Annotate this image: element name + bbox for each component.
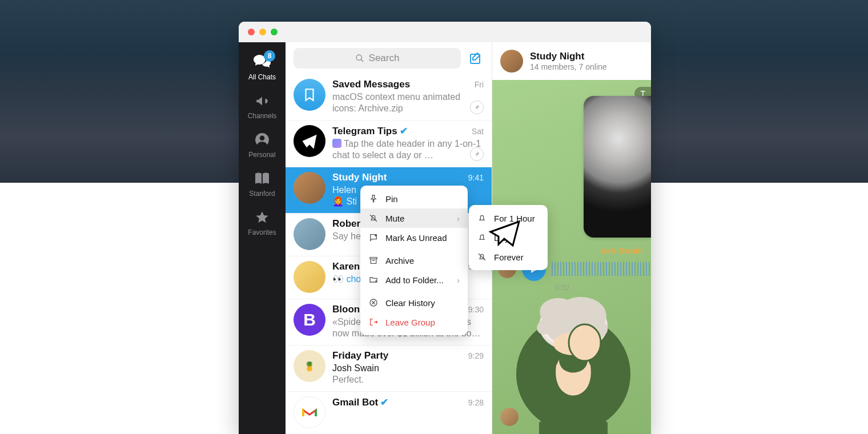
chat-title: Bloon bbox=[332, 304, 360, 315]
chat-title: Karen bbox=[332, 261, 360, 272]
chat-preview: macOS context menu animated icons: Archi… bbox=[332, 91, 484, 114]
compose-button[interactable] bbox=[468, 50, 484, 66]
menu-leave-group[interactable]: Leave Group bbox=[360, 312, 468, 332]
chat-title: Gmail Bot ✔︎ bbox=[332, 396, 388, 408]
archive-icon bbox=[368, 255, 379, 266]
menu-clear-history[interactable]: Clear History bbox=[360, 293, 468, 312]
avatar bbox=[294, 79, 326, 111]
chat-saved-messages[interactable]: Saved MessagesFri macOS context menu ani… bbox=[286, 74, 492, 120]
menu-pin[interactable]: Pin bbox=[360, 189, 468, 208]
chevron-right-icon: › bbox=[457, 275, 460, 285]
chat-title: Telegram Tips ✔︎ bbox=[332, 125, 408, 137]
star-icon bbox=[254, 209, 271, 226]
unread-badge: 8 bbox=[264, 50, 275, 62]
menu-label: Pin bbox=[385, 194, 398, 204]
chat-time: 9:41 bbox=[468, 173, 484, 182]
menu-archive[interactable]: Archive bbox=[360, 251, 468, 270]
sender-name: osh Swain bbox=[601, 246, 643, 255]
svg-text:z: z bbox=[483, 234, 484, 236]
clear-icon bbox=[368, 298, 379, 308]
avatar bbox=[294, 261, 326, 293]
menu-mark-unread[interactable]: Mark As Unread bbox=[360, 228, 468, 247]
nav-channels[interactable]: Channels bbox=[239, 87, 286, 126]
chat-gmail-bot[interactable]: Gmail Bot ✔︎ 9:28 bbox=[286, 391, 492, 434]
nav-label: Stanford bbox=[249, 190, 275, 198]
chat-time: Fri bbox=[475, 80, 484, 89]
svg-line-3 bbox=[361, 59, 363, 62]
avatar bbox=[294, 172, 326, 204]
chat-time: 9:28 bbox=[468, 398, 484, 407]
chat-title: Study Night bbox=[332, 172, 387, 183]
avatar bbox=[294, 218, 326, 250]
search-bar: Search bbox=[286, 42, 492, 74]
svg-point-2 bbox=[356, 55, 361, 60]
avatar: B bbox=[294, 304, 326, 336]
nav-label: Channels bbox=[248, 112, 277, 120]
chat-unread-icon bbox=[368, 232, 379, 243]
bell-off-icon bbox=[477, 252, 487, 262]
nav-label: All Chats bbox=[248, 73, 276, 81]
menu-label: Add to Folder... bbox=[385, 275, 444, 285]
chevron-right-icon: › bbox=[457, 214, 460, 223]
conversation-title: Study Night bbox=[530, 51, 607, 62]
svg-point-1 bbox=[260, 135, 265, 140]
book-icon bbox=[254, 170, 271, 187]
cursor-icon bbox=[488, 219, 521, 248]
nav-all-chats[interactable]: 8 All Chats bbox=[239, 48, 286, 87]
chat-title: Friday Party bbox=[332, 350, 388, 361]
avatar bbox=[500, 50, 523, 73]
chat-time: 9:29 bbox=[468, 351, 484, 360]
sticker-message[interactable] bbox=[499, 291, 642, 434]
conversation-header[interactable]: Study Night 14 members, 7 online bbox=[492, 42, 651, 80]
menu-label: Archive bbox=[385, 256, 414, 266]
nav-personal[interactable]: Personal bbox=[239, 126, 286, 164]
nav-favorites[interactable]: Favorites bbox=[239, 203, 286, 242]
pin-icon bbox=[368, 194, 379, 204]
chat-time: 9:30 bbox=[468, 305, 484, 314]
compose-icon bbox=[469, 51, 483, 65]
chat-time: Sat bbox=[472, 127, 484, 136]
chat-title: Rober bbox=[332, 218, 360, 230]
verified-icon: ✔︎ bbox=[400, 125, 408, 137]
menu-label: Clear History bbox=[385, 298, 435, 308]
bell-snooze-icon: z bbox=[477, 232, 487, 243]
bell-icon bbox=[477, 213, 487, 223]
menu-label: Leave Group bbox=[385, 318, 435, 327]
gmail-icon bbox=[301, 406, 318, 419]
avatar bbox=[294, 396, 326, 428]
titlebar bbox=[239, 22, 651, 42]
verified-icon: ✔︎ bbox=[380, 396, 388, 408]
chat-title: Saved Messages bbox=[332, 79, 410, 90]
folder-sidebar: 8 All Chats Channels Personal Stanford bbox=[239, 42, 286, 434]
waveform bbox=[552, 262, 651, 276]
window-close-button[interactable] bbox=[248, 29, 255, 35]
avatar bbox=[500, 408, 519, 426]
submenu-forever[interactable]: Forever bbox=[469, 247, 548, 267]
nav-stanford[interactable]: Stanford bbox=[239, 164, 286, 203]
chat-telegram-tips[interactable]: Telegram Tips ✔︎ Sat Tap the date header… bbox=[286, 120, 492, 167]
search-icon bbox=[355, 54, 364, 63]
pinned-icon bbox=[470, 101, 484, 114]
conversation-subtitle: 14 members, 7 online bbox=[530, 62, 607, 71]
menu-label: Mark As Unread bbox=[385, 233, 447, 243]
search-input[interactable]: Search bbox=[294, 48, 461, 69]
leave-icon bbox=[368, 317, 379, 327]
voice-duration: 0:32 bbox=[555, 283, 569, 292]
context-menu: Pin Mute › Mark As Unread Archive Add to… bbox=[360, 186, 468, 335]
search-placeholder: Search bbox=[369, 53, 400, 64]
window-minimize-button[interactable] bbox=[259, 29, 266, 35]
folder-add-icon bbox=[368, 275, 379, 285]
chat-preview: Tap the date header in any 1-on-1 chat t… bbox=[332, 138, 484, 161]
nav-label: Favorites bbox=[248, 228, 276, 236]
svg-point-10 bbox=[375, 234, 377, 236]
bell-off-icon bbox=[368, 213, 379, 223]
avatar: 🍍 bbox=[294, 350, 326, 382]
svg-point-9 bbox=[569, 324, 601, 361]
menu-mute[interactable]: Mute › bbox=[360, 208, 468, 228]
image-message[interactable] bbox=[584, 96, 651, 238]
paper-plane-icon bbox=[301, 132, 318, 150]
window-maximize-button[interactable] bbox=[271, 29, 278, 35]
menu-add-folder[interactable]: Add to Folder... › bbox=[360, 270, 468, 290]
avatar bbox=[294, 125, 326, 157]
chat-friday-party[interactable]: 🍍 Friday Party9:29 Josh SwainPerfect. bbox=[286, 345, 492, 391]
